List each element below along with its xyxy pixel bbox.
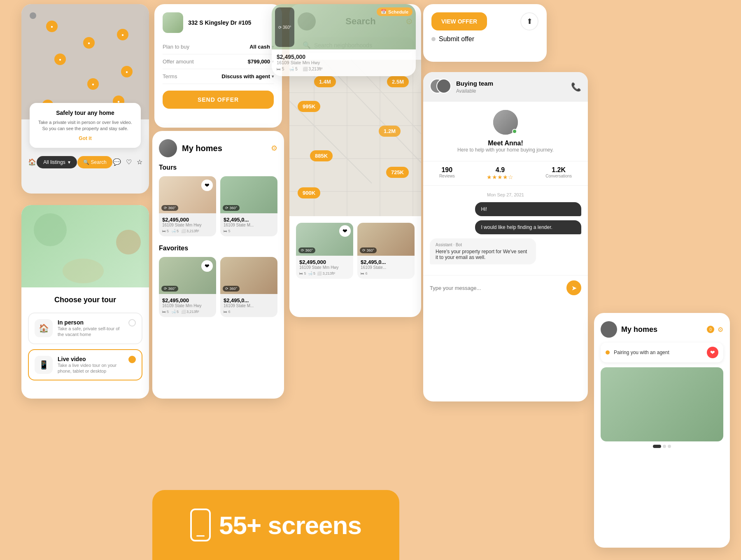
send-offer-button[interactable]: SEND OFFER xyxy=(163,91,274,109)
plan-to-buy-row: Plan to buy All cash ▾ xyxy=(163,40,274,54)
terms-value[interactable]: Discuss with agent ▾ xyxy=(221,73,274,79)
my-homes-2-header: My homes 0 ⚙ xyxy=(594,313,730,343)
agent-header-left: Buying team Available xyxy=(430,79,493,95)
property-address: 16109 State Mm Hwy xyxy=(162,303,213,308)
property-card-2: ⟳ 360° $2,495,0... 16109 State... 🛏 6 xyxy=(357,223,415,279)
live-video-option[interactable]: 📱 Live video Take a live video tour on y… xyxy=(28,349,142,381)
property-features: 🛏 6 xyxy=(361,271,411,275)
reviews-stat: 190 Reviews xyxy=(439,166,455,180)
property-address: 16109 State Mm Hwy xyxy=(299,265,350,270)
search-button[interactable]: 🔍 Search xyxy=(77,156,112,168)
submit-offer-text: Submit offer xyxy=(439,35,474,43)
screens-banner: 55+ screens xyxy=(152,490,399,560)
meet-anna-section: Meet Anna! Here to help with your home b… xyxy=(423,102,588,161)
got-it-link[interactable]: Got it xyxy=(36,135,134,141)
conversations-stat: 1.2K Conversations xyxy=(545,166,572,180)
vr-badge: ⟳ 360° xyxy=(161,205,178,211)
baths: 🛁 5 xyxy=(308,271,316,275)
live-video-details: Live video Take a live video tour on you… xyxy=(58,356,124,374)
header-image xyxy=(21,205,149,287)
map-pin: ● xyxy=(46,21,58,32)
star-rating: ★★★★☆ xyxy=(487,174,513,180)
property-price: $2,495,0... xyxy=(224,297,274,303)
property-address: 16109 State M... xyxy=(224,223,274,227)
property-image: ❤ ⟳ 360° xyxy=(159,257,216,294)
reviews-count: 190 xyxy=(439,166,455,174)
star-icon[interactable]: ☆ xyxy=(137,158,142,166)
price-badge-2: 2.5M xyxy=(387,76,409,87)
favorite-button[interactable]: ❤ xyxy=(201,180,213,191)
vr-badge: ⟳ 360° xyxy=(360,247,377,253)
filter-icon[interactable]: ⚙ xyxy=(271,144,277,153)
dot-2 xyxy=(663,445,666,448)
tour-card: ● ● ● ● ● ● ● ● Safely tour any home Tak… xyxy=(21,4,149,194)
map-area: 1.4M 2.5M 995K 1.2M 885K 725K 900K xyxy=(289,60,421,216)
favorite-heart-button[interactable]: ❤ xyxy=(707,347,718,358)
choose-content: Choose your tour 🏠 In person Take a safe… xyxy=(21,287,149,394)
property-image: ⟳ 360° xyxy=(357,223,415,256)
anna-name: Meet Anna! xyxy=(430,140,581,147)
property-address: 16109 State M... xyxy=(224,303,274,308)
home-icon[interactable]: 🏠 xyxy=(28,158,36,166)
anna-description: Here to help with your home buying journ… xyxy=(430,147,581,153)
decor-circle xyxy=(116,230,141,254)
sqft: ⬜ 3,213ft² xyxy=(303,67,323,71)
in-person-details: In person Take a safe, private self-tour… xyxy=(58,319,124,338)
share-button[interactable]: ⬆ xyxy=(520,12,538,30)
all-listings-button[interactable]: All listings ▾ xyxy=(37,156,77,168)
conversations-label: Conversations xyxy=(545,174,572,178)
chat-icon[interactable]: 💬 xyxy=(113,158,121,166)
live-video-icon: 📱 xyxy=(35,356,53,374)
my-homes-bottom-card: My homes 0 ⚙ Pairing you with an agent ❤ xyxy=(594,313,730,548)
baths-count: 🛁 5 xyxy=(171,310,179,314)
phone-icon-banner xyxy=(190,509,211,541)
favorite-button[interactable]: ❤ xyxy=(339,225,351,237)
search-icon: 🔍 xyxy=(83,159,89,165)
property-info: $2,495,000 16109 State Mm Hwy 🛏 5 🛁 5 ⬜ … xyxy=(159,213,216,236)
price-badge-6: 725K xyxy=(386,167,409,178)
fav-property-2: ⟳ 360° $2,495,0... 16109 State M... 🛏 6 xyxy=(220,257,277,317)
live-video-radio[interactable] xyxy=(128,356,136,363)
phone-icon[interactable]: 📞 xyxy=(571,82,581,92)
favorite-button[interactable]: ❤ xyxy=(201,260,213,272)
property-image: ⟳ 360° xyxy=(220,176,277,213)
chat-input[interactable] xyxy=(430,285,563,291)
tours-section-title: Tours xyxy=(159,164,277,171)
view-offer-button[interactable]: VIEW OFFER xyxy=(431,12,487,30)
agent-avatar-2 xyxy=(436,79,451,93)
property-price: $2,495,000 xyxy=(299,259,350,265)
property-card-1: ❤ ⟳ 360° $2,495,000 16109 State Mm Hwy 🛏… xyxy=(296,223,353,279)
offer-amount-value[interactable]: $799,000 ▾ xyxy=(248,58,274,65)
beds-count: 🛏 5 xyxy=(224,229,231,233)
listing-image: ⟳ 360° 📅 Schedule xyxy=(272,4,416,49)
beds: 🛏 5 xyxy=(277,67,284,71)
property-address: 16109 State Mm Hwy xyxy=(162,223,213,227)
price-badge-5: 885K xyxy=(310,150,333,161)
property-image: ⟳ 360° xyxy=(220,257,277,294)
terms-row: Terms Discuss with agent ▾ xyxy=(163,69,274,84)
user-avatar xyxy=(159,139,177,157)
in-person-option[interactable]: 🏠 In person Take a safe, private self-to… xyxy=(28,313,142,344)
property-features: 🛏 5 🛁 5 ⬜ 3,213ft² xyxy=(299,271,350,275)
beds-count: 🛏 6 xyxy=(224,310,231,314)
view-offer-card: VIEW OFFER ⬆ Submit offer xyxy=(423,4,547,62)
property-info: $2,495,000 16109 State Mm Hwy 🛏 5 🛁 5 ⬜ … xyxy=(296,256,353,279)
heart-icon[interactable]: ♡ xyxy=(126,158,132,166)
filter-icon-2[interactable]: ⚙ xyxy=(718,326,723,334)
rating-value: 4.9 xyxy=(487,166,513,174)
agent-sender-label: Assistant · Bot xyxy=(436,243,530,247)
plan-value[interactable]: All cash ▾ xyxy=(249,44,274,50)
send-button[interactable]: ➤ xyxy=(566,280,581,295)
in-person-icon: 🏠 xyxy=(35,319,53,337)
vr-badge: ⟳ 360° xyxy=(298,247,315,253)
favorites-grid: ❤ ⟳ 360° $2,495,000 16109 State Mm Hwy 🛏… xyxy=(159,257,277,317)
price-badge-7: 900K xyxy=(298,187,320,198)
tour-info-bubble: Safely tour any home Take a private visi… xyxy=(30,103,141,148)
offer-amount-row: Offer amount $799,000 ▾ xyxy=(163,54,274,69)
in-person-radio[interactable] xyxy=(128,319,136,327)
schedule-button[interactable]: 📅 Schedule xyxy=(377,7,412,16)
listing-details: $2,495,000 16109 State Mm Hwy 🛏 5 🛁 5 ⬜ … xyxy=(272,49,416,75)
user-message-1: Hi! xyxy=(481,206,487,212)
chat-date: Mon Sep 27, 2021 xyxy=(430,192,581,197)
sqft: ⬜ 3,213ft² xyxy=(181,310,199,314)
